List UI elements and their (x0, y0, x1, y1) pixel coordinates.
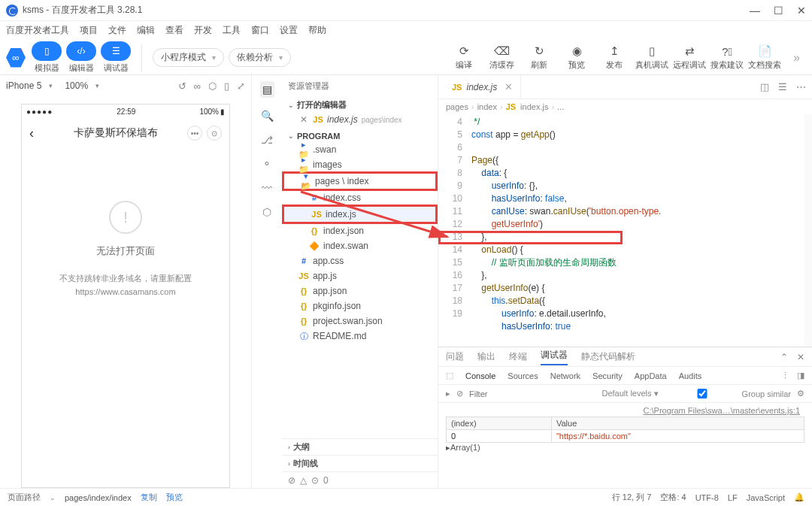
tree-item[interactable]: ▸ 📁images (282, 157, 438, 172)
devtools-tab[interactable]: Security (592, 371, 623, 380)
pill-button[interactable]: ▯ (32, 41, 62, 61)
tree-item[interactable]: {}pkginfo.json (282, 298, 438, 314)
console-settings-icon[interactable]: ⚙ (797, 389, 804, 398)
explorer-footer-icon[interactable]: ⊘ (288, 475, 295, 486)
sim-tool-icon[interactable]: ⤢ (237, 80, 245, 92)
devtools-tab[interactable]: Sources (508, 371, 538, 380)
tree-item[interactable]: {}index.json (282, 223, 438, 238)
console-source-link[interactable]: C:\Program Files\swa…\master\events.js:1 (446, 406, 804, 415)
debug-tab[interactable]: 终端 (509, 350, 527, 363)
tab-close-icon[interactable]: ✕ (504, 81, 513, 92)
code-editor[interactable]: 45678910111213141516171819 */const app =… (438, 114, 812, 347)
tree-item[interactable]: {}project.swan.json (282, 314, 438, 329)
tree-item[interactable]: ⓘREADME.md (282, 329, 438, 344)
sim-tool-icon[interactable]: ∞ (194, 80, 201, 92)
encoding-info[interactable]: UTF-8 (695, 493, 719, 502)
indent-info[interactable]: 空格: 4 (660, 492, 686, 503)
dependency-dropdown[interactable]: 依赖分析▾ (229, 48, 291, 67)
pill-button[interactable]: ☰ (101, 41, 131, 61)
tree-item[interactable]: #index.css (282, 190, 438, 205)
tree-item[interactable]: JSapp.js (282, 268, 438, 283)
close-button[interactable]: ✕ (797, 5, 806, 17)
toolbar-button[interactable]: 📄文档搜索 (747, 44, 783, 71)
console-clear-icon[interactable]: ⊘ (456, 389, 463, 398)
devtools-dock-icon[interactable]: ◨ (797, 371, 804, 380)
editor-settings-icon[interactable]: ☰ (778, 81, 787, 92)
mode-dropdown[interactable]: 小程序模式▾ (153, 48, 224, 67)
menu-item[interactable]: 编辑 (137, 24, 155, 37)
menu-item[interactable]: 文件 (108, 24, 126, 37)
app-icon[interactable]: ∞1 (6, 48, 26, 68)
tree-item[interactable]: #app.css (282, 253, 438, 268)
toolbar-button[interactable]: ◉预览 (559, 44, 595, 71)
menu-item[interactable]: 帮助 (308, 24, 326, 37)
tree-item[interactable]: 🔶index.swan (282, 238, 438, 253)
debug-tab[interactable]: 输出 (477, 350, 495, 363)
activity-icon[interactable]: ⎇ (261, 134, 273, 146)
activity-icon[interactable]: 〰 (262, 182, 272, 194)
outline-header[interactable]: ›大纲 (282, 438, 438, 455)
editor-tab[interactable]: JS index.js ✕ (444, 75, 521, 98)
debug-close-icon[interactable]: ✕ (797, 352, 804, 362)
open-editors-header[interactable]: ⌄打开的编辑器 (282, 98, 438, 112)
back-icon[interactable]: ‹ (29, 126, 44, 141)
console-level-select[interactable]: Default levels ▾ (602, 389, 659, 398)
editor-more-icon[interactable]: ⋯ (796, 81, 806, 92)
minimap[interactable] (804, 114, 812, 347)
toolbar-button[interactable]: ⇄远程调试 (671, 44, 707, 71)
toolbar-button[interactable]: ▯真机调试 (634, 44, 670, 71)
explorer-footer-icon[interactable]: △ (300, 475, 307, 486)
console-array-toggle[interactable]: ▸Array(1) (446, 443, 804, 453)
language-mode[interactable]: JavaScript (747, 493, 785, 502)
toolbar-button[interactable]: ↥发布 (596, 44, 632, 71)
toolbar-button[interactable]: ⟳编译 (446, 44, 482, 71)
preview-link[interactable]: 预览 (166, 492, 183, 503)
group-similar-checkbox[interactable]: Group similar (665, 389, 791, 398)
debug-tab[interactable]: 静态代码解析 (581, 350, 635, 363)
minimize-button[interactable]: — (750, 5, 760, 17)
cursor-position[interactable]: 行 12, 列 7 (612, 492, 652, 503)
sim-tool-icon[interactable]: ↺ (178, 80, 186, 92)
explorer-footer-icon[interactable]: ⊙ (311, 475, 319, 486)
debug-tab[interactable]: 问题 (446, 350, 464, 363)
menu-item[interactable]: 工具 (223, 24, 241, 37)
sim-tool-icon[interactable]: ⬡ (208, 80, 217, 92)
menu-item[interactable]: 窗口 (251, 24, 269, 37)
devtools-tab[interactable]: Console (465, 371, 495, 380)
menu-item[interactable]: 查看 (165, 24, 183, 37)
menu-item[interactable]: 设置 (280, 24, 298, 37)
toolbar-more-icon[interactable]: » (787, 51, 806, 65)
devtools-tab[interactable]: Audits (679, 371, 702, 380)
toolbar-button[interactable]: ↻刷新 (521, 44, 557, 71)
console-toggle-icon[interactable]: ▸ (446, 389, 450, 398)
toolbar-button[interactable]: ?⃝搜索建议 (709, 44, 745, 71)
menu-icon[interactable]: ••• (187, 126, 202, 141)
split-editor-icon[interactable]: ◫ (760, 81, 769, 92)
debug-collapse-icon[interactable]: ⌃ (780, 352, 788, 362)
notifications-icon[interactable]: 🔔 (794, 492, 804, 502)
menu-item[interactable]: 开发 (194, 24, 212, 37)
tree-item[interactable]: ▾ 📂pages \ index (284, 174, 435, 189)
sim-tool-icon[interactable]: ▯ (224, 80, 229, 92)
debug-tab[interactable]: 调试器 (541, 349, 568, 365)
menu-item[interactable]: 项目 (80, 24, 98, 37)
tree-item[interactable]: JSindex.js (284, 207, 435, 222)
pill-button[interactable]: ‹/› (66, 41, 96, 61)
devtools-tab[interactable]: AppData (635, 371, 667, 380)
activity-icon[interactable]: ⬡ (262, 206, 271, 218)
eol-info[interactable]: LF (728, 493, 738, 502)
device-select[interactable]: iPhone 5 (6, 80, 41, 91)
activity-icon[interactable]: ▤ (260, 81, 274, 98)
devtools-inspect-icon[interactable]: ⬚ (446, 371, 453, 380)
toolbar-button[interactable]: ⌫清缓存 (483, 44, 520, 71)
menu-item[interactable]: 百度开发者工具 (6, 24, 69, 37)
open-editor-item[interactable]: ✕ JS index.js pages\index (282, 112, 438, 127)
copy-link[interactable]: 复制 (141, 492, 157, 503)
breadcrumb[interactable]: pages › index › JSindex.js › ... (438, 99, 812, 114)
tree-item[interactable]: {}app.json (282, 283, 438, 298)
close-page-icon[interactable]: ⊙ (207, 126, 222, 141)
activity-icon[interactable]: ⚬ (262, 158, 271, 170)
zoom-select[interactable]: 100% (65, 80, 88, 91)
console-filter-input[interactable] (469, 389, 573, 398)
activity-icon[interactable]: 🔍 (261, 110, 274, 122)
